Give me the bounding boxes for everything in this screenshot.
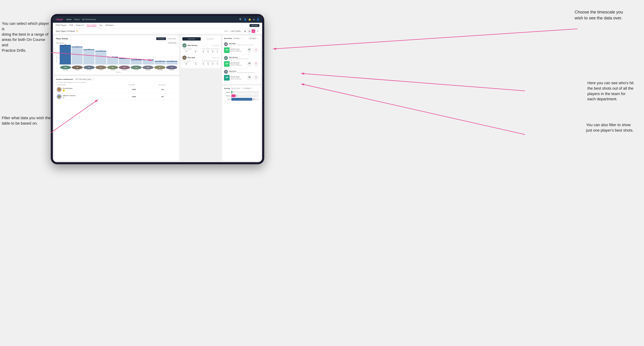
edit-icon[interactable]: ✏️ [76, 30, 78, 32]
shot-lie-ford: Start Lie: Rough [230, 77, 246, 78]
notification-icon[interactable]: 🔔 [248, 18, 251, 21]
activities-label-1: Total Practice Activities [202, 48, 219, 49]
sub-nav-pga[interactable]: PGA [69, 24, 73, 26]
scoring-arrow-2[interactable]: ▾ [252, 88, 253, 89]
shot-badge-miller: 200 SG [224, 47, 230, 53]
search-icon[interactable]: 🔍 [239, 18, 242, 21]
eagles-fill [231, 91, 232, 94]
rank-2: 2 [63, 97, 65, 99]
chart-filter-dropdown[interactable]: Total Rounds [167, 42, 178, 44]
bar-group-1: 13 [60, 44, 71, 64]
nav-link-performance[interactable]: My Performance [82, 18, 96, 20]
sub-nav-hcaps[interactable]: Hcaps 1-5 [76, 24, 84, 26]
activities-group-2: Total Practice Activities GTT 0 APP 0 [202, 60, 219, 65]
detail-view-icon[interactable]: ≡ [256, 29, 259, 33]
nav-link-teams[interactable]: Teams [74, 18, 80, 20]
player-name-9: E. Crossman [154, 70, 166, 71]
metric1-ford: 16 yds [246, 75, 252, 81]
shot-end-lie-miller: End Lie: In The Hole [230, 51, 246, 52]
player-row-1: 🧑 Richard Butler 1 19/20 110 [56, 86, 178, 93]
chevron-mcharg[interactable]: › [258, 57, 259, 59]
chart-subtitle: On Course [56, 42, 64, 44]
grid-view-icon[interactable]: ⊞ [243, 29, 247, 33]
bar-group-7: 3 [131, 58, 142, 64]
pars-fill [231, 98, 252, 101]
add-team-button[interactable]: Add Team [250, 24, 259, 27]
nav-link-home[interactable]: Home [66, 18, 72, 20]
tournament-value-2: 8 [182, 63, 190, 65]
activity-player-header-1: BM Blair McHarg 26 Aug 2023 [182, 43, 219, 47]
shot-avatar-miller: MM [224, 42, 228, 46]
pars-track: 499 [231, 98, 259, 101]
rounds-cols-2: Tournament 8 Practice 4 [182, 62, 200, 65]
sub-nav: PGAT Players PGA Hcaps 1-5 Team Clippd T… [53, 23, 262, 28]
bar-group-8: 3 [142, 58, 154, 64]
practice-col-2: Practice 4 [192, 62, 200, 65]
metric2-lbl-miller: yds [255, 50, 257, 51]
all-shots-filter[interactable]: All Shots [233, 37, 240, 39]
metric1-miller: 67 yds [246, 47, 252, 53]
practice-header: Practice Leaderboards PUTT Must Make Put… [56, 78, 178, 81]
tab-least-active[interactable]: Least Active [201, 37, 219, 40]
scoring-arrow-1[interactable]: ▾ [242, 88, 242, 89]
activity-avatar-1: BM [182, 43, 186, 47]
practice-col-1: Practice 6 [192, 50, 200, 53]
bars-area: 13 12 10 [60, 45, 178, 64]
toggle-practice[interactable]: Practice Drills [166, 37, 177, 40]
eagles-value: 3 [233, 92, 234, 93]
activity-avatar-2: RB [182, 56, 186, 60]
avatar-6: DB [119, 65, 130, 69]
players-dropdown-arrow[interactable]: ▾ [258, 37, 259, 39]
sub-nav-tour[interactable]: Tour [99, 24, 102, 26]
sub-nav-team-clippd[interactable]: Team Clippd [86, 24, 96, 27]
player-name-3: D. Ford [83, 70, 94, 71]
player-name-10: L. Robertson [166, 70, 178, 71]
pars-label: Pars [224, 99, 230, 100]
plus-icon[interactable]: ⊕ [253, 18, 255, 21]
shot-badge-ford: 198 SG [224, 75, 230, 81]
chevron-ford[interactable]: › [258, 71, 259, 73]
gtt-value-2: 0 [202, 63, 205, 65]
metric1-lbl-miller: yds [248, 50, 250, 51]
annotation-filter-shots: You can also filter to showjust one play… [586, 122, 634, 133]
show-dropdown[interactable]: Last 3 months [230, 30, 242, 32]
birdies-label: Birdies [224, 95, 230, 97]
list-view-icon[interactable]: ⊟ [248, 29, 251, 33]
scoring-filter-1[interactable]: Par 3, 4 & 5s [231, 87, 241, 89]
arg-value-2: 0 [211, 63, 214, 65]
shots-dropdown-arrow[interactable]: ▾ [242, 37, 242, 39]
practice-dropdown[interactable]: PUTT Must Make Putting ... [74, 78, 94, 81]
scoring-row-eagles: Eagles 3 [224, 91, 259, 94]
card-header: Player Activity On Course Practice Drill… [56, 37, 178, 40]
shot-lie-mcharg: Start Lie: Rough [230, 63, 246, 65]
y-label-5: 5 [58, 51, 59, 52]
heart-view-icon[interactable]: ♥ [252, 29, 255, 33]
chevron-miller[interactable]: › [258, 43, 259, 45]
profile-icon[interactable]: 👤 [256, 18, 259, 21]
avatar-8: MM [142, 65, 154, 69]
scoring-filter-2[interactable]: All Players [243, 87, 252, 89]
sub-nav-pgat[interactable]: PGAT Players [56, 24, 66, 26]
team-title: Team Clippd | 14 Players [56, 30, 75, 32]
show-label: Show: [224, 30, 228, 32]
tab-most-active[interactable]: Most Active [182, 37, 201, 40]
activity-date-1: 26 Aug 2023 [212, 45, 219, 46]
tournament-col-1: Tournament 7 [182, 50, 190, 53]
users-icon[interactable]: 👤 [244, 18, 246, 21]
shot-dist-mcharg: Shot Dist: 43 yds [230, 62, 246, 63]
logo: clippd [56, 18, 63, 21]
sub-nav-all-players[interactable]: All Players [105, 24, 114, 26]
all-players-filter[interactable]: All Players [248, 37, 257, 39]
shot-info-ford: 24 Aug 2023 · Royal North Devon GC, Hole… [229, 72, 254, 73]
practice-title: Practice Leaderboards [56, 78, 73, 80]
y-axis: 15 10 5 0 [58, 45, 59, 68]
shot-text-mcharg: Shot Dist: 43 yds Start Lie: Rough End L… [230, 62, 246, 66]
metric2-val-mcharg: 0 [256, 63, 256, 64]
toggle-on-course[interactable]: On Course [156, 37, 166, 40]
activity-stats-2: Total Rounds Tournament 8 Practice 4 [182, 60, 219, 65]
crossman-avg: 107 [148, 96, 177, 98]
best-shots-header: Best Shots All Shots ▾ All Players ▾ [224, 37, 259, 39]
annotation-best-shots: Here you can see who's hitthe best shots… [588, 80, 634, 102]
scoring-title: Scoring [224, 88, 230, 89]
shot-metrics-mcharg: 43 yds 0 yds [246, 61, 259, 67]
